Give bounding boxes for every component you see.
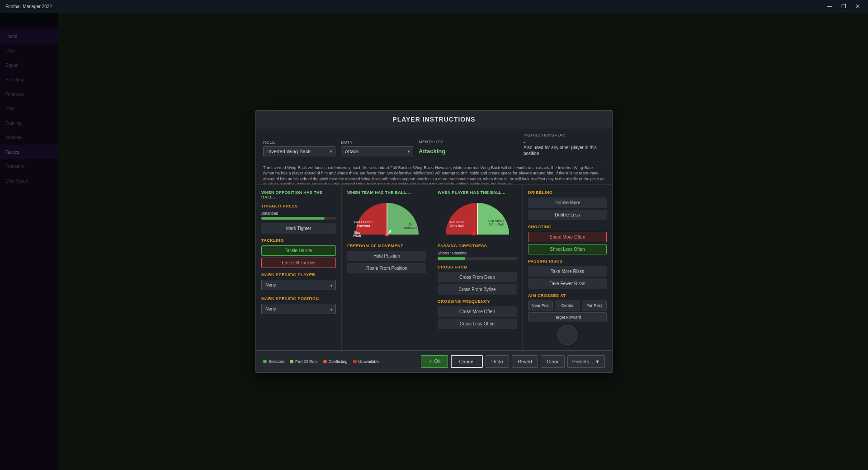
- cancel-button[interactable]: Cancel: [451, 355, 482, 368]
- duty-select[interactable]: Attack: [341, 146, 413, 156]
- role-select-wrapper[interactable]: Inverted Wing-Back: [263, 146, 335, 156]
- legend-conflicting-dot: [323, 360, 327, 363]
- role-description: The Inverted Wing-Back will function def…: [256, 161, 612, 185]
- ease-off-tackles-btn[interactable]: Ease Off Tackles: [261, 258, 336, 268]
- player-chart-container: Run Wide With Ball Cut Inside With Ball: [438, 198, 517, 239]
- legend-conflicting: Conflicting: [323, 359, 348, 364]
- shooting-label: SHOOTING: [528, 225, 607, 229]
- player-header: WHEN PLAYER HAS THE BALL...: [438, 190, 517, 195]
- mark-position-wrapper[interactable]: None: [261, 304, 336, 316]
- clear-button[interactable]: Clear: [541, 355, 564, 368]
- duty-select-wrapper[interactable]: Attack: [341, 146, 413, 156]
- svg-text:Wider: Wider: [353, 234, 361, 237]
- cross-less-often-btn[interactable]: Cross Less Often: [438, 319, 517, 329]
- presets-chevron-icon: ▼: [595, 359, 600, 364]
- mentality-label: MENTALITY: [419, 140, 445, 144]
- mark-position-label: MARK SPECIFIC POSITION: [261, 296, 336, 301]
- svg-text:Narrower: Narrower: [404, 226, 417, 230]
- opposition-header: WHEN OPPOSITION HAS THE BALL....: [261, 190, 336, 199]
- player-instructions-modal: PLAYER INSTRUCTIONS ROLE Inverted Wing-B…: [255, 110, 613, 373]
- modal-controls-row: ROLE Inverted Wing-Back DUTY Attack MENT…: [256, 128, 612, 161]
- window-chrome: Football Manager 2022 — ❐ ✕: [0, 0, 868, 13]
- pass-slider-fill: [438, 257, 465, 260]
- trigger-press-track[interactable]: [261, 217, 336, 220]
- role-select[interactable]: Inverted Wing-Back: [263, 146, 335, 156]
- dribble-less-btn[interactable]: Dribble Less: [528, 210, 607, 220]
- legend-conflicting-label: Conflicting: [329, 359, 348, 364]
- centre-btn[interactable]: Centre: [555, 301, 580, 310]
- trigger-press-value: Balanced: [261, 211, 336, 216]
- legend-unavailable: Unavailable: [353, 359, 380, 364]
- svg-text:With Ball: With Ball: [449, 224, 464, 228]
- legend-unavailable-dot: [353, 360, 357, 363]
- aim-crosses-label: AIM CROSSES AT: [528, 293, 607, 298]
- mark-player-wrapper[interactable]: None: [261, 280, 336, 292]
- near-post-btn[interactable]: Near Post: [528, 301, 553, 310]
- minimize-btn[interactable]: —: [824, 2, 835, 10]
- aim-crosses-grid: Near Post Centre Far Post Target Forward: [528, 301, 607, 322]
- mentality-value: Attacking: [419, 146, 445, 156]
- cross-from-deep-btn[interactable]: Cross From Deep: [438, 272, 517, 282]
- legend-selected-label: Selected: [269, 359, 284, 364]
- pass-slider-value: Shorter Passing: [438, 251, 517, 255]
- modal-footer: Selected Part Of Role Conflicting Unavai…: [256, 350, 612, 372]
- mark-player-select[interactable]: None: [261, 280, 336, 290]
- tackle-harder-btn[interactable]: Tackle Harder: [261, 245, 336, 256]
- passing-risks-label: PASSING RISKS: [528, 259, 607, 263]
- undo-button[interactable]: Undo: [486, 355, 509, 368]
- crossing-freq-label: CROSSING FREQUENCY: [438, 299, 517, 304]
- cross-from-label: CROSS FROM: [438, 265, 517, 269]
- mark-tighter-btn[interactable]: Mark Tighter: [261, 223, 336, 234]
- window-controls[interactable]: — ❐ ✕: [824, 2, 863, 10]
- team-chart-container: Get Further Forward Sit Narrower Stay Wi…: [347, 198, 426, 239]
- presets-button[interactable]: Presets... ▼: [567, 355, 605, 368]
- trigger-press-label: TRIGGER PRESS: [261, 204, 336, 208]
- take-more-risks-btn[interactable]: Take More Risks: [528, 266, 607, 277]
- shoot-more-often-btn[interactable]: Shoot More Often: [528, 232, 607, 242]
- modal-header: PLAYER INSTRUCTIONS: [256, 111, 612, 128]
- window-title: Football Manager 2022: [5, 4, 52, 9]
- svg-point-10: [472, 232, 476, 235]
- svg-text:With Ball: With Ball: [489, 222, 504, 226]
- svg-text:Forward: Forward: [357, 224, 370, 228]
- maximize-btn[interactable]: ❐: [839, 2, 849, 10]
- legend-selected: Selected: [263, 359, 284, 364]
- skills-column: DRIBBLING Dribble More Dribble Less SHOO…: [523, 185, 612, 350]
- dribbling-label: DRIBBLING: [528, 190, 607, 195]
- passing-directness-label: PASSING DIRECTNESS: [438, 244, 517, 248]
- shoot-less-often-btn[interactable]: Shoot Less Often: [528, 244, 607, 254]
- hold-position-btn[interactable]: Hold Position: [347, 251, 426, 261]
- player-column: WHEN PLAYER HAS THE BALL... Run Wide Wit…: [432, 185, 523, 350]
- role-label: ROLE: [263, 140, 335, 145]
- close-btn[interactable]: ✕: [853, 2, 863, 10]
- modal-body: WHEN OPPOSITION HAS THE BALL.... TRIGGER…: [256, 185, 612, 350]
- target-forward-btn[interactable]: Target Forward: [528, 312, 607, 322]
- roam-from-position-btn[interactable]: Roam From Position: [347, 263, 426, 273]
- take-fewer-risks-btn[interactable]: Take Fewer Risks: [528, 278, 607, 289]
- instructions-for-group: INSTRUCTIONS FOR: - Also used for any ot…: [524, 133, 605, 156]
- team-movement-chart: Get Further Forward Sit Narrower Stay Wi…: [351, 198, 423, 239]
- ok-button[interactable]: ✓ Ok: [421, 355, 448, 368]
- also-used-text: Also used for any other player in this p…: [524, 145, 605, 156]
- far-post-btn[interactable]: Far Post: [582, 301, 607, 310]
- aim-circle: [557, 325, 577, 345]
- tackling-label: TACKLING: [261, 238, 336, 243]
- dribble-more-btn[interactable]: Dribble More: [528, 197, 607, 208]
- mentality-group: MENTALITY Attacking: [419, 140, 445, 156]
- modal-overlay: PLAYER INSTRUCTIONS ROLE Inverted Wing-B…: [0, 13, 868, 470]
- duty-group: DUTY Attack: [341, 140, 413, 156]
- legend-selected-dot: [263, 360, 267, 363]
- mark-position-select[interactable]: None: [261, 304, 336, 314]
- legend-partofrole-dot: [290, 360, 293, 363]
- cross-more-often-btn[interactable]: Cross More Often: [438, 306, 517, 317]
- pass-slider-track[interactable]: [438, 257, 517, 260]
- legend-partofrole-label: Part Of Role: [295, 359, 318, 364]
- instructions-for-label: INSTRUCTIONS FOR:: [524, 133, 605, 137]
- opposition-column: WHEN OPPOSITION HAS THE BALL.... TRIGGER…: [256, 185, 342, 350]
- freedom-label: FREEDOM OF MOVEMENT: [347, 244, 426, 248]
- legend-unavailable-label: Unavailable: [359, 359, 380, 364]
- cross-from-byline-btn[interactable]: Cross From Byline: [438, 284, 517, 295]
- player-movement-chart: Run Wide With Ball Cut Inside With Ball: [441, 198, 514, 239]
- revert-button[interactable]: Revert: [512, 355, 538, 368]
- role-group: ROLE Inverted Wing-Back: [263, 140, 335, 156]
